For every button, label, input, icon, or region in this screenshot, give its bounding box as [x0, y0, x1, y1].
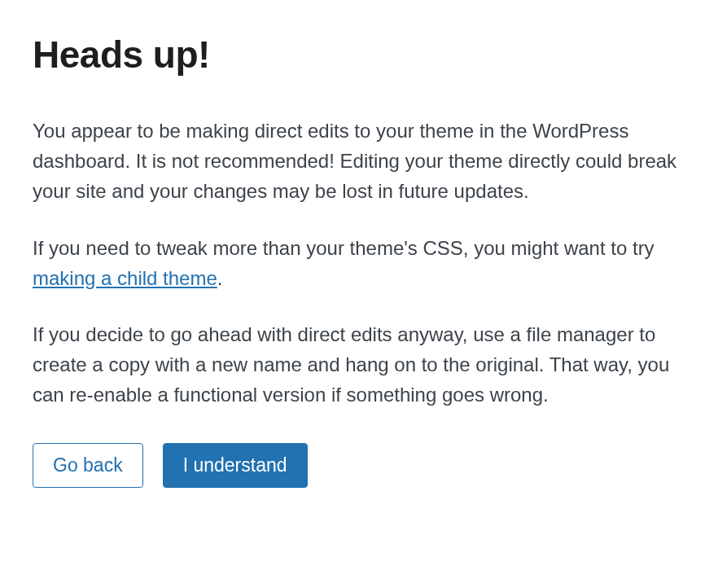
- dialog-buttons: Go back I understand: [33, 443, 685, 489]
- paragraph-2-text-before: If you need to tweak more than your them…: [33, 237, 655, 259]
- warning-paragraph-1: You appear to be making direct edits to …: [33, 116, 685, 207]
- theme-editor-warning-dialog: Heads up! You appear to be making direct…: [33, 33, 685, 488]
- child-theme-link[interactable]: making a child theme: [33, 267, 217, 289]
- go-back-button[interactable]: Go back: [33, 443, 143, 489]
- dialog-title: Heads up!: [33, 33, 685, 77]
- i-understand-button[interactable]: I understand: [163, 443, 308, 489]
- warning-paragraph-2: If you need to tweak more than your them…: [33, 233, 685, 293]
- paragraph-2-text-after: .: [217, 267, 223, 289]
- warning-paragraph-3: If you decide to go ahead with direct ed…: [33, 319, 685, 410]
